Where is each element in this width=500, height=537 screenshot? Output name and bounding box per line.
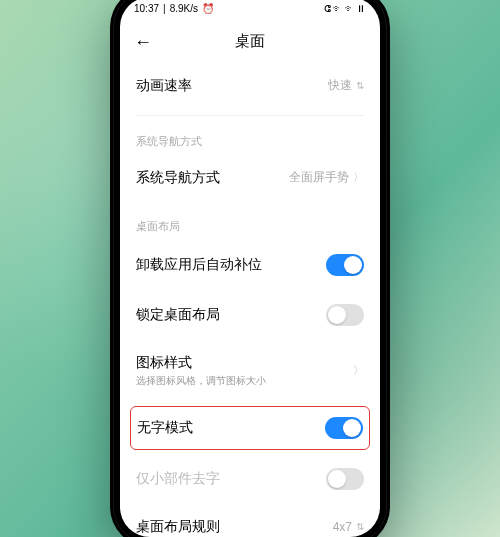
row-sublabel: 选择图标风格，调节图标大小 [136, 374, 353, 388]
toggle-lock-layout[interactable] [326, 304, 364, 326]
chevron-right-icon: 〉 [353, 170, 364, 185]
row-layout-rule[interactable]: 桌面布局规则 4x7 ⇅ [136, 504, 364, 537]
row-auto-fill[interactable]: 卸载应用后自动补位 [136, 240, 364, 290]
page-header: ← 桌面 [120, 21, 380, 63]
updown-icon: ⇅ [356, 81, 364, 91]
row-value: 快速 [328, 77, 352, 94]
section-layout: 桌面布局 [136, 201, 364, 240]
toggle-widgets-only [326, 468, 364, 490]
row-value: 4x7 [333, 520, 352, 534]
alarm-icon: ⏰ [202, 3, 214, 14]
row-navigation-mode[interactable]: 系统导航方式 全面屏手势 〉 [136, 155, 364, 201]
status-right-icons: ⵛ ᯤ ᯤ ⏸ [324, 3, 366, 14]
back-button[interactable]: ← [134, 31, 152, 52]
row-label: 仅小部件去字 [136, 470, 326, 488]
status-bar: 10:37 | 8.9K/s ⏰ ⵛ ᯤ ᯤ ⏸ [120, 0, 380, 21]
chevron-right-icon: 〉 [353, 363, 364, 378]
row-animation-speed[interactable]: 动画速率 快速 ⇅ [136, 63, 364, 109]
row-label: 卸载应用后自动补位 [136, 256, 326, 274]
row-lock-layout[interactable]: 锁定桌面布局 [136, 290, 364, 340]
status-net-speed: 8.9K/s [170, 3, 198, 14]
row-label: 桌面布局规则 [136, 518, 333, 536]
toggle-auto-fill[interactable] [326, 254, 364, 276]
settings-list[interactable]: 动画速率 快速 ⇅ 系统导航方式 系统导航方式 全面屏手势 〉 桌面布局 卸载应… [120, 63, 380, 537]
phone-frame: 10:37 | 8.9K/s ⏰ ⵛ ᯤ ᯤ ⏸ ← 桌面 动画速率 快速 ⇅ … [110, 0, 390, 537]
row-label: 图标样式 [136, 354, 353, 372]
row-label: 锁定桌面布局 [136, 306, 326, 324]
row-label: 系统导航方式 [136, 169, 289, 187]
row-no-text-mode[interactable]: 无字模式 [130, 406, 370, 450]
row-label: 无字模式 [137, 419, 325, 437]
toggle-no-text-mode[interactable] [325, 417, 363, 439]
section-navigation: 系统导航方式 [136, 116, 364, 155]
row-value: 全面屏手势 [289, 169, 349, 186]
row-icon-style[interactable]: 图标样式 选择图标风格，调节图标大小 〉 [136, 340, 364, 402]
row-label: 动画速率 [136, 77, 328, 95]
updown-icon: ⇅ [356, 522, 364, 532]
screen: 10:37 | 8.9K/s ⏰ ⵛ ᯤ ᯤ ⏸ ← 桌面 动画速率 快速 ⇅ … [120, 0, 380, 537]
row-widgets-only-no-text: 仅小部件去字 [136, 454, 364, 504]
status-time: 10:37 [134, 3, 159, 14]
page-title: 桌面 [235, 32, 265, 51]
